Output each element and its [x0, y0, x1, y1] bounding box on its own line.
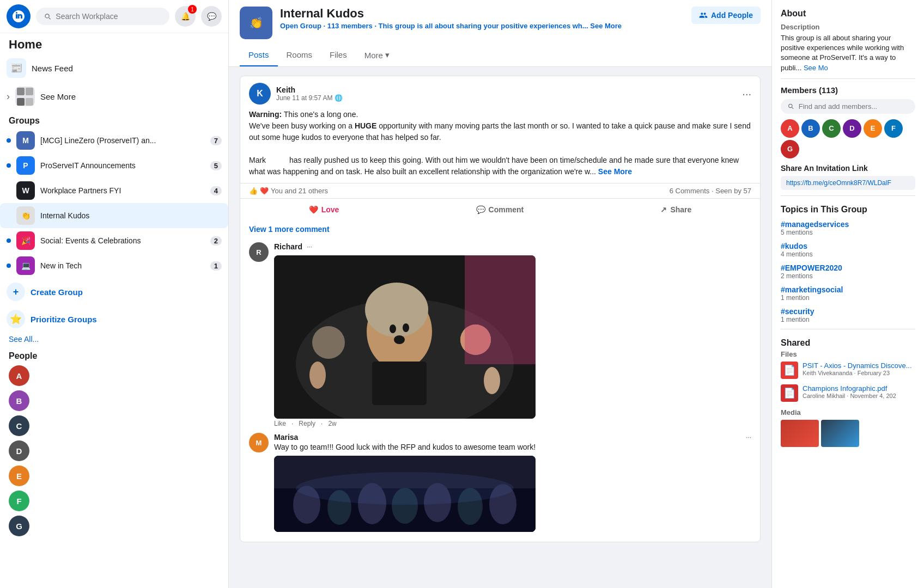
- create-group-icon: +: [7, 283, 25, 301]
- workplace-logo[interactable]: [7, 4, 31, 28]
- topic-item-2[interactable]: #EMPOWER2020 2 mentions: [781, 264, 915, 280]
- tab-files[interactable]: Files: [321, 45, 356, 66]
- see-more-link[interactable]: See More: [590, 22, 622, 30]
- topic-item-0[interactable]: #managedservices 5 mentions: [781, 220, 915, 236]
- member-avatar-6[interactable]: G: [781, 140, 799, 158]
- topic-item-4[interactable]: #security 1 mention: [781, 307, 915, 323]
- seen-text: Seen by 57: [715, 187, 751, 195]
- share-button[interactable]: ↗ Share: [652, 201, 700, 218]
- comment-btn-label: Comment: [489, 205, 524, 214]
- group-item-internal-kudos[interactable]: 👏 Internal Kudos: [0, 203, 228, 228]
- member-avatar-5[interactable]: F: [884, 119, 903, 138]
- person-row-p7[interactable]: G: [9, 513, 220, 538]
- see-all-groups[interactable]: See All...: [0, 333, 228, 346]
- love-icon: ❤️: [260, 187, 269, 195]
- file-icon-1: 📄: [781, 384, 798, 402]
- divider-3: [781, 329, 915, 329]
- topic-item-1[interactable]: #kudos 4 mentions: [781, 242, 915, 258]
- group-item-new-in-tech[interactable]: 💻 New in Tech 1: [0, 253, 228, 278]
- invite-link-box[interactable]: https://fb.me/g/ceOmnk8R7/WLDalF: [781, 176, 915, 190]
- post-card: K Keith June 11 at 9:57 AM 🌐 ··· Warning…: [240, 76, 761, 542]
- main-content: 👏 Internal Kudos Open Group · 113 member…: [229, 0, 771, 588]
- person-row-p3[interactable]: C: [9, 413, 220, 438]
- member-search-box[interactable]: [781, 99, 915, 114]
- love-btn-icon: ❤️: [309, 205, 318, 214]
- comment-age: 2w: [328, 420, 336, 427]
- search-box[interactable]: [36, 8, 169, 25]
- post-actions: ❤️ Love 💬 Comment ↗ Share: [240, 199, 760, 220]
- add-people-button[interactable]: Add People: [691, 7, 761, 24]
- topic-tag-0: #managedservices: [781, 220, 915, 229]
- marisa-more[interactable]: ···: [746, 433, 751, 441]
- tab-rooms[interactable]: Rooms: [278, 45, 321, 66]
- post-menu-button[interactable]: ···: [742, 88, 751, 100]
- richard-comment-header: Richard ···: [274, 242, 751, 251]
- group-header: 👏 Internal Kudos Open Group · 113 member…: [229, 0, 771, 67]
- file-item-0[interactable]: 📄 PSIT - Axios - Dynamics Discove... Kei…: [781, 362, 915, 379]
- member-avatar-3[interactable]: D: [843, 119, 861, 138]
- member-avatar-4[interactable]: E: [864, 119, 882, 138]
- person-row-p4[interactable]: D: [9, 438, 220, 463]
- media-thumb-1[interactable]: [781, 420, 819, 447]
- search-input[interactable]: [56, 12, 162, 21]
- person-row-p6[interactable]: F: [9, 488, 220, 513]
- comment-row-marisa: M Marisa ··· Way to go team!!! Good luck…: [249, 433, 751, 532]
- create-group-button[interactable]: + Create Group: [0, 278, 228, 305]
- files-label: Files: [781, 350, 915, 358]
- topics-title: Topics in This Group: [781, 205, 915, 215]
- member-search-input[interactable]: [799, 102, 909, 111]
- file-icon-0: 📄: [781, 362, 798, 379]
- description-see-more[interactable]: See Mo: [804, 64, 828, 72]
- comment-button[interactable]: 💬 Comment: [467, 201, 533, 218]
- svg-text:👏: 👏: [250, 16, 263, 29]
- prioritize-icon: ⭐: [7, 310, 25, 328]
- group-item-workplace-partners[interactable]: W Workplace Partners FYI 4: [0, 178, 228, 203]
- group-item-social[interactable]: 🎉 Social: Events & Celebrations 2: [0, 228, 228, 253]
- group-avatar-internal-kudos: 👏: [16, 206, 35, 225]
- comments-count: 6 Comments: [670, 187, 710, 195]
- group-tabs: Posts Rooms Files More ▾: [240, 45, 761, 66]
- media-thumb-2[interactable]: [821, 420, 859, 447]
- file-item-1[interactable]: 📄 Champions Infographic.pdf Caroline Mik…: [781, 384, 915, 402]
- media-label: Media: [781, 408, 915, 416]
- person-row-p5[interactable]: E: [9, 463, 220, 488]
- person-avatar-p2: B: [9, 390, 29, 411]
- share-btn-label: Share: [670, 205, 691, 214]
- share-btn-icon: ↗: [660, 205, 667, 214]
- member-avatar-0[interactable]: A: [781, 119, 799, 138]
- about-description: This group is all about sharing your pos…: [781, 33, 915, 73]
- shared-section: Shared Files 📄 PSIT - Axios - Dynamics D…: [781, 338, 915, 447]
- topic-mentions-4: 1 mention: [781, 316, 915, 323]
- invite-link-label: Share An Invitation Link: [781, 164, 915, 173]
- media-section: Media: [781, 408, 915, 447]
- notifications-icon[interactable]: 🔔 1: [175, 6, 196, 27]
- member-avatar-1[interactable]: B: [801, 119, 820, 138]
- media-thumbs: [781, 420, 915, 447]
- prioritize-groups-button[interactable]: ⭐ Prioritize Groups: [0, 305, 228, 333]
- tab-more[interactable]: More ▾: [356, 45, 398, 66]
- topic-item-3[interactable]: #marketingsocial 1 mention: [781, 285, 915, 302]
- group-item-proserveit[interactable]: P ProServeIT Announcements 5: [0, 153, 228, 178]
- file-meta-1: Caroline Mikhail · November 4, 202: [803, 393, 896, 399]
- group-dot: [7, 238, 11, 243]
- reply-action[interactable]: Reply: [299, 420, 315, 427]
- people-title: People: [0, 346, 228, 363]
- tab-posts[interactable]: Posts: [240, 45, 278, 66]
- more-icon[interactable]: ···: [307, 243, 312, 250]
- person-row-p2[interactable]: B: [9, 388, 220, 413]
- people-list: ABCDEFG: [0, 363, 228, 538]
- like-action[interactable]: Like: [274, 420, 286, 427]
- member-avatar-2[interactable]: C: [822, 119, 841, 138]
- news-feed-item[interactable]: 📰 News Feed: [0, 54, 228, 82]
- view-more-comments[interactable]: View 1 more comment: [240, 220, 760, 238]
- person-avatar-p4: D: [9, 440, 29, 461]
- file-name-0: PSIT - Axios - Dynamics Discove...: [803, 362, 912, 370]
- see-more-item[interactable]: › See More: [0, 82, 228, 111]
- group-item-mcg[interactable]: M [MCG] LineZero (ProserveIT) an... 7: [0, 128, 228, 153]
- see-more-link[interactable]: See More: [598, 167, 632, 176]
- love-button[interactable]: ❤️ Love: [300, 201, 348, 218]
- members-title: Members (113): [781, 85, 915, 95]
- reaction-icons: 👍 ❤️ You and 21 others: [249, 187, 328, 195]
- person-row-p1[interactable]: A: [9, 363, 220, 388]
- chat-icon[interactable]: 💬: [201, 6, 222, 27]
